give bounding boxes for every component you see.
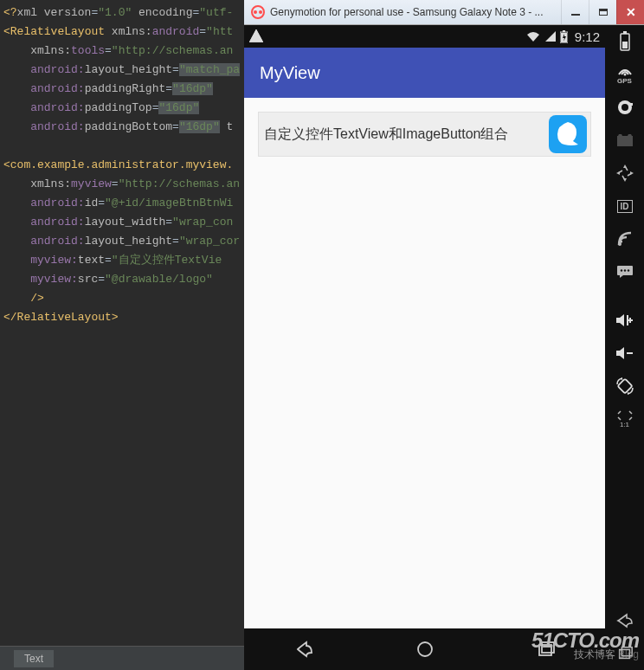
svg-point-22 bbox=[627, 269, 628, 271]
window-title: Genymotion for personal use - Samsung Ga… bbox=[270, 6, 561, 18]
code-line[interactable]: <RelativeLayout xmlns:android="htt bbox=[3, 23, 247, 42]
code-line[interactable]: android:layout_height="match_pa bbox=[3, 61, 247, 80]
custom-compound-view[interactable]: 自定义控件TextView和ImageButton组合 bbox=[258, 112, 591, 157]
svg-rect-7 bbox=[623, 31, 627, 34]
svg-rect-13 bbox=[617, 136, 633, 146]
emulator-sidebar: GPS ID bbox=[605, 25, 644, 670]
identifier-tool-icon[interactable]: ID bbox=[605, 190, 644, 222]
network-tool-icon[interactable] bbox=[605, 222, 644, 255]
watermark: 51CTO.com 技术博客 Blog bbox=[531, 634, 639, 661]
svg-rect-12 bbox=[630, 103, 633, 106]
svg-point-18 bbox=[618, 242, 621, 246]
code-line[interactable]: xmlns:myview="http://schemas.an bbox=[3, 175, 247, 194]
xml-code-editor[interactable]: <?xml version="1.0" encoding="utf-<Relat… bbox=[0, 0, 247, 670]
code-line[interactable]: android:paddingBottom="16dp" t bbox=[3, 118, 247, 137]
volume-down-button[interactable] bbox=[605, 337, 644, 370]
wifi-icon bbox=[525, 30, 541, 42]
svg-point-20 bbox=[620, 269, 621, 271]
camera-tool-icon[interactable] bbox=[605, 91, 644, 124]
svg-marker-14 bbox=[623, 164, 627, 168]
code-line[interactable]: android:layout_height="wrap_cor bbox=[3, 232, 247, 251]
code-line[interactable]: android:paddingRight="16dp" bbox=[3, 80, 247, 99]
battery-tool-icon[interactable] bbox=[605, 25, 644, 58]
code-line[interactable]: android:paddingTop="16dp" bbox=[3, 99, 247, 118]
svg-point-3 bbox=[418, 642, 432, 656]
svg-marker-16 bbox=[616, 171, 620, 175]
svg-rect-1 bbox=[563, 30, 565, 32]
window-close-button[interactable]: ✕ bbox=[616, 0, 644, 24]
capture-tool-icon[interactable] bbox=[605, 124, 644, 157]
app-bar: MyView bbox=[244, 48, 605, 98]
app-content: 自定义控件TextView和ImageButton组合 bbox=[244, 98, 605, 670]
battery-icon bbox=[560, 30, 568, 43]
code-line[interactable]: xmlns:tools="http://schemas.an bbox=[3, 42, 247, 61]
code-line[interactable]: myview:src="@drawable/logo" bbox=[3, 270, 247, 289]
genymotion-icon bbox=[251, 5, 265, 19]
code-line[interactable]: android:id="@+id/imageBtnBtnWi bbox=[3, 194, 247, 213]
editor-tab-bar: Text bbox=[0, 646, 247, 670]
window-maximize-button[interactable] bbox=[589, 0, 616, 24]
android-statusbar: 9:12 bbox=[244, 25, 605, 48]
svg-marker-25 bbox=[628, 392, 630, 395]
device-screen: 9:12 MyView 自定义控件TextView和ImageButton组合 … bbox=[244, 25, 605, 670]
code-line[interactable]: </RelativeLayout> bbox=[3, 308, 247, 327]
emulator-window: Genymotion for personal use - Samsung Ga… bbox=[244, 0, 644, 670]
signal-icon bbox=[544, 30, 557, 42]
widget-text: 自定义控件TextView和ImageButton组合 bbox=[264, 126, 508, 144]
clock-text: 9:12 bbox=[575, 29, 600, 44]
window-titlebar[interactable]: Genymotion for personal use - Samsung Ga… bbox=[244, 0, 644, 25]
svg-point-21 bbox=[623, 269, 625, 271]
svg-point-9 bbox=[623, 74, 626, 76]
rotate-button[interactable] bbox=[605, 370, 644, 403]
code-line[interactable]: <?xml version="1.0" encoding="utf- bbox=[3, 3, 247, 23]
code-line[interactable]: <com.example.administrator.myview. bbox=[3, 156, 247, 175]
code-line[interactable]: android:layout_width="wrap_con bbox=[3, 213, 247, 232]
volume-up-button[interactable] bbox=[605, 304, 644, 337]
window-minimize-button[interactable] bbox=[561, 0, 589, 24]
pixel-perfect-button[interactable]: 1:1 bbox=[605, 403, 644, 435]
svg-marker-17 bbox=[630, 171, 634, 175]
app-title: MyView bbox=[260, 63, 320, 83]
svg-marker-15 bbox=[623, 178, 627, 182]
svg-marker-24 bbox=[620, 377, 622, 380]
code-line[interactable]: myview:text="自定义控件TextVie bbox=[3, 251, 247, 270]
code-line[interactable] bbox=[3, 137, 247, 156]
widget-logo-icon[interactable] bbox=[549, 115, 587, 153]
nav-home-button[interactable] bbox=[364, 628, 485, 670]
svg-point-11 bbox=[621, 104, 628, 111]
svg-rect-8 bbox=[622, 42, 628, 48]
gps-tool-icon[interactable]: GPS bbox=[605, 58, 644, 91]
sms-tool-icon[interactable] bbox=[605, 255, 644, 288]
nav-back-button[interactable] bbox=[244, 628, 364, 670]
notification-icon bbox=[249, 29, 263, 43]
svg-rect-23 bbox=[617, 379, 632, 394]
tab-text[interactable]: Text bbox=[14, 650, 54, 667]
remote-tool-icon[interactable] bbox=[605, 157, 644, 190]
code-line[interactable]: /> bbox=[3, 289, 247, 308]
